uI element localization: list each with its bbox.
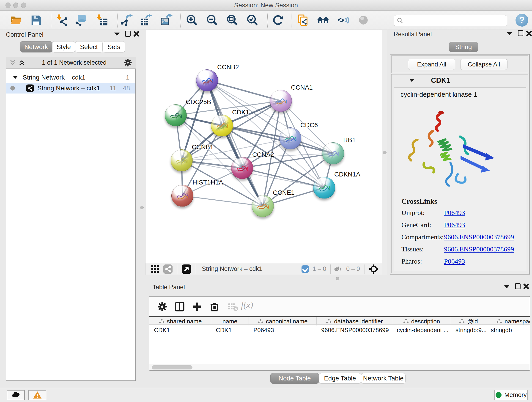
table-cell[interactable]: stringdb (486, 325, 530, 335)
delete-column-icon[interactable] (208, 300, 221, 313)
warning-button[interactable] (28, 390, 46, 400)
network-node-rb1[interactable] (322, 142, 344, 164)
bottom-splitter-handle[interactable] (336, 277, 339, 280)
selected-nodes-checkbox-icon[interactable] (302, 265, 309, 273)
collapse-all-chevron-icon[interactable] (9, 59, 16, 66)
table-cell[interactable]: CDK1 (149, 325, 211, 335)
delete-table-icon[interactable] (226, 300, 240, 313)
column-header-namespace[interactable]: namespace (486, 317, 530, 325)
table-panel-close-icon[interactable] (523, 283, 529, 289)
fit-selected-crosshair-icon[interactable] (368, 264, 379, 274)
export-image-icon[interactable] (159, 13, 173, 27)
expand-all-chevron-icon[interactable] (18, 59, 25, 66)
table-cell[interactable]: cyclin-dependent ... (392, 325, 451, 335)
horizontal-scrollbar[interactable] (149, 364, 530, 370)
network-edge[interactable] (182, 196, 263, 206)
scrollbar-thumb[interactable] (152, 365, 192, 370)
tab-network-table[interactable]: Network Table (361, 373, 405, 384)
network-canvas[interactable]: CCNB2CCNA1CDC25BCDK1CDC6RB1CCNB1CCNA2CDK… (145, 30, 382, 263)
expand-all-button[interactable]: Expand All (408, 59, 455, 70)
crosslink-link[interactable]: P06493 (444, 221, 465, 229)
import-network-icon[interactable] (56, 13, 69, 27)
table-panel-float-icon[interactable] (515, 283, 520, 289)
cloud-button[interactable] (7, 390, 25, 400)
tab-style[interactable]: Style (52, 41, 75, 52)
right-splitter-handle[interactable] (383, 151, 386, 154)
table-panel-menu-icon[interactable] (504, 285, 510, 288)
tab-node-table[interactable]: Node Table (270, 373, 319, 384)
home-networks-icon[interactable] (316, 13, 330, 27)
network-status-dot-icon (10, 86, 15, 90)
network-node-ccna2[interactable] (231, 157, 253, 179)
network-node-cdkn1a[interactable] (313, 177, 335, 199)
show-columns-icon[interactable] (173, 300, 186, 313)
table-options-gear-icon[interactable] (155, 300, 169, 313)
network-node-cdc25b[interactable] (165, 104, 187, 126)
results-panel-close-icon[interactable] (526, 30, 532, 36)
grid-view-icon[interactable] (151, 264, 160, 274)
column-header--id[interactable]: @id (451, 317, 486, 325)
export-network-icon[interactable] (120, 13, 133, 27)
zoom-in-icon[interactable] (185, 13, 199, 27)
network-node-cdc6[interactable] (279, 128, 301, 149)
zoom-out-icon[interactable] (205, 13, 219, 27)
crosslink-link[interactable]: 9606.ENSP00000378699 (444, 245, 514, 253)
control-panel-close-icon[interactable] (133, 31, 139, 37)
column-header-name[interactable]: name (211, 317, 249, 325)
tab-edge-table[interactable]: Edge Table (319, 373, 361, 384)
memory-button[interactable]: Memory (494, 390, 528, 400)
left-splitter-handle[interactable] (140, 206, 144, 209)
column-header-database-identifier[interactable]: database identifier (317, 317, 392, 325)
collection-expander-icon[interactable] (13, 76, 17, 79)
cdk1-expander-icon[interactable] (409, 79, 414, 82)
table-cell[interactable]: CDK1 (211, 325, 249, 335)
network-edge[interactable] (242, 168, 324, 188)
network-node-cdk1[interactable] (211, 115, 233, 137)
network-node-ccnb1[interactable] (171, 149, 193, 172)
column-header-shared-name[interactable]: shared name (149, 317, 211, 325)
network-node-hist1h1a[interactable] (171, 185, 193, 207)
column-header-canonical-name[interactable]: canonical name (249, 317, 317, 325)
save-session-icon[interactable] (29, 13, 43, 27)
network-edge[interactable] (207, 80, 263, 206)
control-panel-menu-icon[interactable] (114, 32, 120, 36)
collapse-all-button[interactable]: Collapse All (460, 59, 507, 70)
tab-select[interactable]: Select (75, 41, 103, 52)
tab-string[interactable]: String (449, 42, 478, 52)
import-database-icon[interactable] (75, 13, 88, 27)
search-input[interactable] (404, 16, 507, 25)
results-panel-menu-icon[interactable] (507, 32, 512, 35)
network-node-ccne1[interactable] (252, 195, 274, 217)
table-cell[interactable]: 9606.ENSP00000378699 (317, 325, 392, 335)
open-session-icon[interactable] (9, 13, 23, 27)
network-node-ccna1[interactable] (270, 90, 292, 112)
control-panel-float-icon[interactable] (125, 31, 131, 37)
network-options-gear-icon[interactable] (123, 58, 133, 67)
zoom-fit-icon[interactable] (225, 13, 239, 27)
export-table-icon[interactable] (139, 13, 153, 27)
results-panel-float-icon[interactable] (518, 30, 523, 36)
network-node-ccnb2[interactable] (196, 70, 218, 91)
crosslink-link[interactable]: 9606.ENSP00000378699 (444, 233, 514, 241)
show-all-icon[interactable] (356, 13, 370, 27)
hide-unselected-icon[interactable] (336, 13, 350, 27)
tab-network[interactable]: Network (20, 41, 52, 52)
table-row[interactable]: CDK1CDK1P064939606.ENSP00000378699cyclin… (149, 325, 530, 335)
string-style-icon[interactable] (163, 264, 173, 274)
zoom-selected-icon[interactable] (246, 13, 259, 27)
table-cell[interactable]: P06493 (249, 325, 317, 335)
column-header-description[interactable]: description (392, 317, 451, 325)
hidden-eye-slash-icon[interactable] (334, 264, 343, 274)
crosslink-link[interactable]: P06493 (444, 257, 465, 265)
tab-sets[interactable]: Sets (103, 41, 125, 52)
network-row-selected[interactable]: String Network – cdk1 11 48 (6, 83, 135, 94)
add-column-icon[interactable] (190, 300, 204, 313)
import-table-icon[interactable] (95, 13, 109, 27)
network-collection-row[interactable]: String Network – cdk1 1 (6, 72, 135, 83)
help-icon[interactable]: ? (515, 14, 528, 27)
table-cell[interactable]: stringdb:9... (451, 325, 486, 335)
clone-network-icon[interactable] (296, 13, 310, 27)
refresh-icon[interactable] (271, 13, 285, 27)
crosslink-link[interactable]: P06493 (444, 209, 465, 217)
birdseye-view-icon[interactable] (181, 264, 191, 274)
